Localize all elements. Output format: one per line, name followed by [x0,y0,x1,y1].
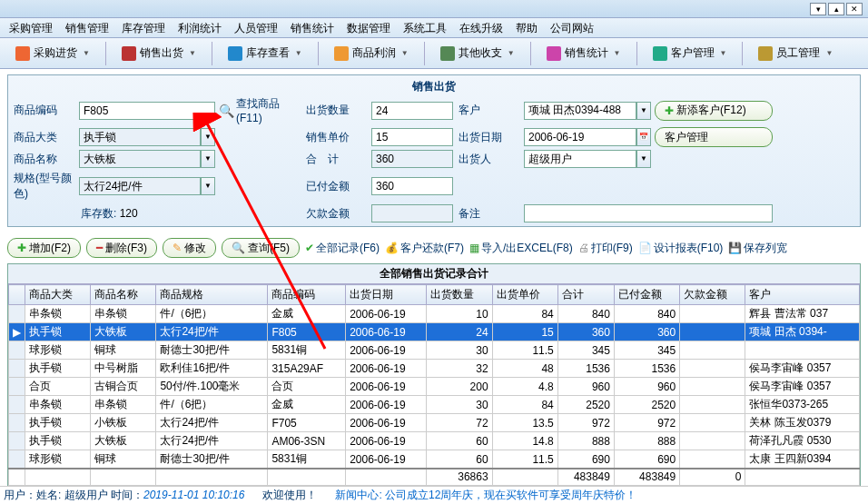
toolbar-销售出货[interactable]: 销售出货▼ [113,42,204,64]
table-row[interactable]: 球形锁铜球耐德士30把/件5831铜2006-06-193011.5345345 [9,341,860,360]
col-header[interactable]: 出货日期 [346,285,427,305]
customer-label: 客户 [457,103,520,118]
toolbar-icon [228,46,242,61]
minimize-button[interactable]: ▾ [810,3,826,15]
print-button[interactable]: 🖨打印(F9) [578,241,633,256]
col-header[interactable]: 商品大类 [25,285,91,305]
spec-input[interactable] [79,177,201,195]
delete-button[interactable]: ━删除(F3) [86,238,157,258]
chevron-down-icon: ▼ [614,49,621,57]
spec-dropdown[interactable]: ▼ [201,177,215,195]
toolbar-icon [547,46,561,61]
total-input [371,150,453,168]
name-input[interactable] [79,150,201,168]
table-row[interactable]: 执手锁大铁板太行24把/件AM06-3SN2006-06-196014.8888… [9,432,860,450]
menu-item-4[interactable]: 人员管理 [234,21,278,35]
new-customer-button[interactable]: ✚新添客户(F12) [655,101,773,121]
status-welcome: 欢迎使用！ [262,488,317,503]
product-code-input[interactable] [79,102,215,120]
spec-label: 规格(型号颜色) [12,171,75,202]
category-input[interactable] [79,128,201,146]
sales-table[interactable]: 商品大类商品名称商品规格商品编码出货日期出货数量出货单价合计已付金额欠款金额客户… [8,284,860,486]
all-records-button[interactable]: ✔全部记录(F6) [305,241,380,256]
titlebar: ▾ ▴ ✕ [0,0,868,18]
name-label: 商品名称 [12,152,75,167]
customer-input[interactable] [524,102,636,120]
table-row[interactable]: 合页古铜合页50付/件.100毫米合页2006-06-192004.896096… [9,378,860,396]
plus-icon: ✚ [665,104,674,117]
edit-icon: ✎ [173,242,182,254]
toolbar-库存查看[interactable]: 库存查看▼ [220,42,311,64]
chevron-down-icon: ▼ [295,49,302,57]
toolbar-icon [440,46,455,61]
close-button[interactable]: ✕ [846,3,863,15]
toolbar-icon [758,46,773,61]
customer-mgmt-button[interactable]: 客户管理 [655,127,773,147]
minus-icon: ━ [96,242,103,254]
search-icon: 🔍 [232,242,245,254]
edit-button[interactable]: ✎修改 [163,238,216,258]
menu-item-7[interactable]: 系统工具 [403,21,447,35]
menu-item-3[interactable]: 利润统计 [178,21,222,35]
table-row[interactable]: 球形锁铜球耐德士30把/件5831铜2006-06-196011.5690690… [9,450,860,469]
date-picker-button[interactable]: 📅 [636,128,651,146]
table-row[interactable]: ▶执手锁大铁板太行24把/件F8052006-06-192415360360项城… [9,323,860,341]
save-width-button[interactable]: 💾保存列宽 [728,241,787,256]
table-row[interactable]: 执手锁小铁板太行24把/件F7052006-06-197213.5972972关… [9,414,860,432]
shipper-label: 出货人 [457,152,520,167]
query-button[interactable]: 🔍查询(F5) [222,238,300,258]
table-row[interactable]: 执手锁中号树脂欧利佳16把/件315A29AF2006-06-193248153… [9,360,860,378]
search-product-button[interactable]: 🔍查找商品(F11) [219,96,301,124]
col-header[interactable]: 商品编码 [268,285,346,305]
name-dropdown[interactable]: ▼ [201,150,215,168]
toolbar-客户管理[interactable]: 客户管理▼ [645,42,735,64]
plus-icon: ✚ [17,242,26,254]
add-button[interactable]: ✚增加(F2) [7,238,81,258]
paid-input[interactable] [371,177,453,195]
table-row[interactable]: 串条锁串条锁件/（6把）金威2006-06-19308425202520张恒华0… [9,396,860,414]
menu-item-9[interactable]: 帮助 [516,21,538,35]
product-code-label: 商品编码 [12,103,75,118]
col-header[interactable]: 合计 [557,285,614,305]
status-news: 新闻中心: 公司成立12周年庆，现在买软件可享受周年庆特价！ [335,488,636,503]
menu-item-5[interactable]: 销售统计 [291,21,334,35]
print-icon: 🖨 [578,242,589,254]
col-header[interactable]: 欠款金额 [680,285,745,305]
shipper-dropdown[interactable]: ▼ [636,150,651,168]
toolbar-员工管理[interactable]: 员工管理▼ [750,42,841,64]
customer-dropdown[interactable]: ▼ [636,102,651,120]
col-header[interactable]: 出货数量 [427,285,492,305]
menu-item-0[interactable]: 采购管理 [9,21,53,35]
menu-item-10[interactable]: 公司网站 [550,21,594,35]
menu-item-8[interactable]: 在线升级 [459,21,503,35]
out-date-input[interactable] [524,128,636,146]
toolbar-其他收支[interactable]: 其他收支▼ [432,42,523,64]
menu-item-1[interactable]: 销售管理 [65,21,109,35]
toolbar-销售统计[interactable]: 销售统计▼ [538,42,629,64]
total-label: 合 计 [304,152,368,167]
toolbar-商品利润[interactable]: 商品利润▼ [326,42,417,64]
toolbar-采购进货[interactable]: 采购进货▼ [7,42,98,64]
menu-item-2[interactable]: 库存管理 [122,21,165,35]
menu-item-6[interactable]: 数据管理 [347,21,390,35]
report-button[interactable]: 📄设计报表(F10) [638,241,724,256]
table-row[interactable]: 串条锁串条锁件/（6把）金威2006-06-191084840840辉县 曹法常… [9,305,860,323]
unit-price-input[interactable] [371,128,453,146]
category-dropdown[interactable]: ▼ [201,128,215,146]
col-header[interactable]: 已付金额 [614,285,679,305]
col-header[interactable]: 商品规格 [156,285,268,305]
col-header[interactable]: 商品名称 [91,285,156,305]
excel-icon: ▦ [469,242,479,254]
panel-title: 销售出货 [12,77,856,96]
excel-button[interactable]: ▦导入/出EXCEL(F8) [469,241,573,256]
toolbar-icon [122,46,136,61]
col-header[interactable]: 出货单价 [492,285,557,305]
repay-button[interactable]: 💰客户还款(F7) [385,241,464,256]
search-icon: 🔍 [219,104,234,118]
remark-input[interactable] [524,204,773,222]
shipper-input[interactable] [524,150,636,168]
out-qty-input[interactable] [371,102,453,120]
out-qty-label: 出货数量 [304,103,368,118]
col-header[interactable]: 客户 [745,285,860,305]
maximize-button[interactable]: ▴ [828,3,844,15]
